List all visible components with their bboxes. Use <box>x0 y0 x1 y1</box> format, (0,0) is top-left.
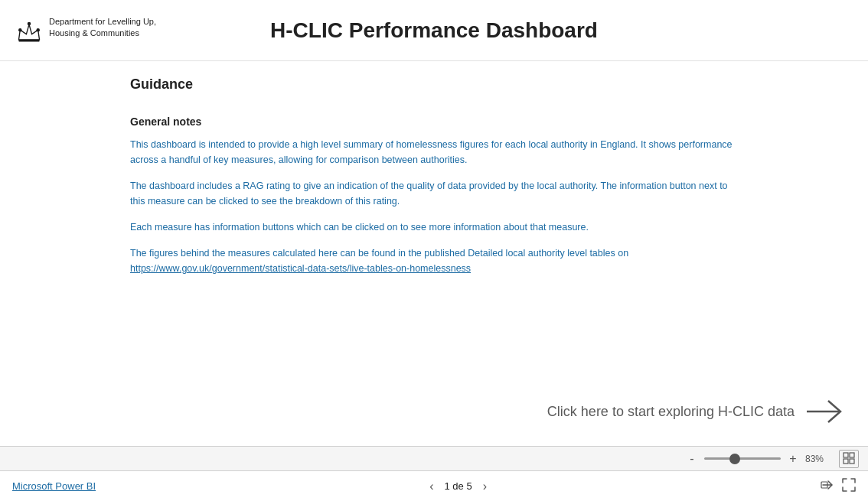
svg-rect-6 <box>844 453 848 457</box>
dept-name-text: Department for Levelling Up, Housing & C… <box>49 16 156 40</box>
homelessness-link[interactable]: https://www.gov.uk/government/statistica… <box>130 263 471 274</box>
svg-point-1 <box>28 21 31 24</box>
fullscreen-button[interactable] <box>842 478 856 495</box>
para-2: The dashboard includes a RAG rating to g… <box>130 178 738 209</box>
header: Department for Levelling Up, Housing & C… <box>0 0 868 61</box>
crown-icon <box>15 18 43 45</box>
share-icon <box>821 478 834 492</box>
page-title: H-CLIC Performance Dashboard <box>199 18 853 43</box>
next-page-button[interactable]: › <box>480 480 490 493</box>
svg-rect-9 <box>850 459 854 464</box>
page-navigation: ‹ 1 de 5 › <box>426 480 490 493</box>
powerbi-link[interactable]: Microsoft Power BI <box>12 480 96 492</box>
nav-bar: Microsoft Power BI ‹ 1 de 5 › <box>0 470 868 501</box>
svg-rect-8 <box>844 459 848 464</box>
para-3: Each measure has information buttons whi… <box>130 220 738 235</box>
zoom-in-button[interactable]: + <box>785 451 801 467</box>
zoom-controls: - + 83% <box>684 451 833 467</box>
cta-area[interactable]: Click here to start exploring H-CLIC dat… <box>547 392 845 431</box>
para-4: The figures behind the measures calculat… <box>130 246 738 276</box>
nav-icons <box>821 478 856 495</box>
fit-page-button[interactable] <box>839 450 859 468</box>
bottom-toolbar: - + 83% <box>0 446 868 470</box>
fit-icon <box>843 452 855 464</box>
para-1: This dashboard is intended to provide a … <box>130 137 738 168</box>
svg-point-3 <box>36 28 40 31</box>
notes-body: This dashboard is intended to provide a … <box>130 137 738 276</box>
svg-rect-4 <box>19 39 40 41</box>
zoom-slider[interactable] <box>704 457 781 460</box>
zoom-out-button[interactable]: - <box>684 451 700 467</box>
zoom-level-label: 83% <box>805 454 833 464</box>
svg-rect-7 <box>850 453 854 457</box>
general-notes-title: General notes <box>130 115 738 128</box>
fullscreen-icon <box>842 478 856 492</box>
cta-text: Click here to start exploring H-CLIC dat… <box>547 404 795 420</box>
share-button[interactable] <box>821 478 834 495</box>
prev-page-button[interactable]: ‹ <box>426 480 436 493</box>
logo-area: Department for Levelling Up, Housing & C… <box>15 16 199 45</box>
cta-arrow-icon[interactable] <box>807 392 845 431</box>
svg-point-2 <box>18 28 22 31</box>
guidance-title: Guidance <box>130 76 738 93</box>
page-indicator: 1 de 5 <box>444 480 472 492</box>
svg-marker-0 <box>19 24 40 40</box>
main-content: Guidance General notes This dashboard is… <box>0 61 868 446</box>
